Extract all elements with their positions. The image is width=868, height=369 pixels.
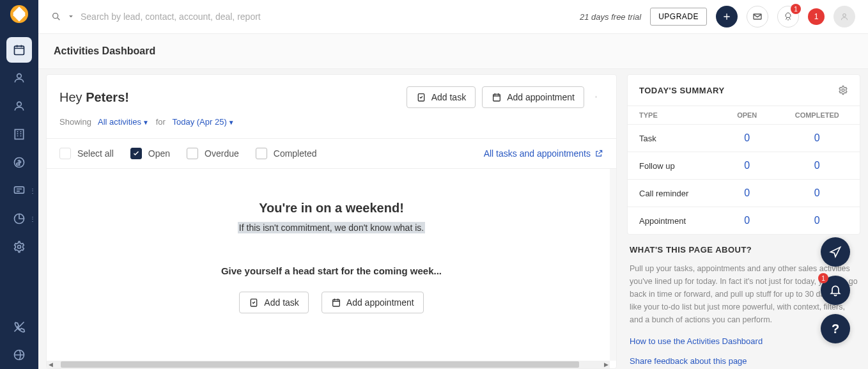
cell-completed[interactable]: 0 bbox=[774, 125, 860, 152]
empty-add-task-button[interactable]: Add task bbox=[239, 292, 308, 313]
search-input[interactable] bbox=[81, 12, 336, 22]
col-type: TYPE bbox=[628, 106, 720, 125]
user-icon bbox=[839, 11, 850, 22]
float-help-button[interactable]: ? bbox=[821, 314, 850, 343]
float-send-button[interactable] bbox=[821, 237, 850, 267]
checkbox-overdue[interactable]: Overdue bbox=[187, 148, 239, 159]
cell-type: Appointment bbox=[628, 207, 720, 235]
sidebar-more-indicator: ⋮ bbox=[29, 218, 36, 220]
empty-title: You're in on a weekend! bbox=[47, 201, 616, 216]
sidebar-item-explore[interactable] bbox=[6, 342, 32, 368]
checkbox-box bbox=[59, 148, 71, 159]
svg-point-10 bbox=[843, 14, 846, 17]
svg-point-14 bbox=[596, 97, 596, 97]
scroll-right-arrow[interactable]: ▶ bbox=[602, 361, 610, 368]
cell-completed[interactable]: 0 bbox=[774, 207, 860, 235]
empty-add-task-label: Add task bbox=[264, 297, 298, 308]
filter-activities-dropdown[interactable]: All activities▼ bbox=[98, 117, 149, 127]
svg-rect-17 bbox=[332, 299, 339, 306]
search-icon[interactable] bbox=[51, 12, 61, 22]
scroll-left-arrow[interactable]: ◀ bbox=[47, 361, 54, 368]
add-appointment-button[interactable]: Add appointment bbox=[482, 86, 584, 108]
cell-type: Call reminder bbox=[628, 180, 720, 207]
cell-type: Follow up bbox=[628, 152, 720, 180]
task-icon bbox=[416, 92, 426, 102]
sidebar-item-contacts[interactable] bbox=[6, 65, 32, 91]
sidebar-item-phone[interactable] bbox=[6, 314, 32, 340]
svg-rect-0 bbox=[15, 46, 24, 54]
add-button[interactable] bbox=[716, 6, 738, 27]
filter-row: Showing All activities▼ for Today (Apr 2… bbox=[47, 114, 616, 139]
table-row: Appointment 0 0 bbox=[628, 207, 860, 235]
add-task-label: Add task bbox=[431, 92, 466, 102]
horizontal-scrollbar[interactable]: ◀ ▶ bbox=[47, 361, 610, 368]
empty-actions: Add task Add appointment bbox=[47, 292, 616, 313]
topbar: 21 days free trial UPGRADE 1 1 bbox=[38, 0, 868, 33]
kebab-icon bbox=[596, 92, 598, 102]
add-task-button[interactable]: Add task bbox=[407, 86, 476, 108]
svg-point-18 bbox=[842, 89, 844, 91]
plus-icon bbox=[722, 12, 732, 22]
checkbox-label: Overdue bbox=[205, 148, 239, 159]
cell-completed[interactable]: 0 bbox=[774, 180, 860, 207]
rocket-badge: 1 bbox=[791, 4, 801, 14]
float-notifications-button[interactable]: 1 bbox=[821, 276, 850, 305]
sidebar-item-leads[interactable] bbox=[6, 93, 32, 119]
about-link-feedback[interactable]: Share feedback about this page bbox=[630, 356, 858, 366]
greeting-prefix: Hey bbox=[59, 90, 86, 104]
sidebar-item-settings[interactable] bbox=[6, 234, 32, 260]
bell-icon bbox=[829, 284, 842, 297]
summary-card: TODAY'S SUMMARY TYPE OPEN COMPLETED Task… bbox=[627, 74, 860, 235]
caret-down-icon: ▼ bbox=[228, 119, 235, 126]
more-menu[interactable] bbox=[591, 92, 603, 102]
notification-count[interactable]: 1 bbox=[808, 8, 825, 25]
rocket-icon bbox=[783, 12, 793, 22]
cell-open[interactable]: 0 bbox=[720, 152, 774, 180]
svg-point-13 bbox=[596, 96, 596, 97]
cell-completed[interactable]: 0 bbox=[774, 152, 860, 180]
sidebar-item-conversations[interactable]: ⋮ bbox=[6, 178, 32, 203]
main-panel: Hey Peters! Add task Add appointment Sho… bbox=[46, 74, 617, 369]
all-tasks-link[interactable]: All tasks and appointments bbox=[484, 148, 603, 159]
sidebar-item-reports[interactable]: ⋮ bbox=[6, 206, 32, 232]
checkbox-label: Select all bbox=[77, 148, 114, 159]
cell-open[interactable]: 0 bbox=[720, 207, 774, 235]
upgrade-button[interactable]: UPGRADE bbox=[650, 8, 707, 26]
checkbox-box-checked bbox=[130, 148, 142, 159]
vertical-scrollbar[interactable] bbox=[610, 169, 616, 361]
table-row: Call reminder 0 0 bbox=[628, 180, 860, 207]
scroll-thumb[interactable] bbox=[61, 361, 579, 368]
sidebar-item-deals[interactable] bbox=[6, 150, 32, 175]
avatar[interactable] bbox=[833, 6, 855, 27]
sidebar-item-activities[interactable] bbox=[6, 37, 32, 63]
svg-point-8 bbox=[53, 13, 58, 19]
page-title: Activities Dashboard bbox=[54, 45, 155, 57]
filter-date-label: Today (Apr 25) bbox=[172, 117, 226, 127]
summary-header: TODAY'S SUMMARY bbox=[628, 75, 860, 106]
checkbox-completed[interactable]: Completed bbox=[256, 148, 317, 159]
mail-button[interactable] bbox=[747, 6, 768, 27]
sidebar-item-accounts[interactable] bbox=[6, 122, 32, 147]
topbar-right: 21 days free trial UPGRADE 1 1 bbox=[580, 6, 855, 27]
cell-open[interactable]: 0 bbox=[720, 125, 774, 152]
empty-heading: Give yourself a head start for the comin… bbox=[47, 265, 616, 276]
gear-icon[interactable] bbox=[838, 85, 848, 95]
rocket-button[interactable]: 1 bbox=[777, 6, 799, 27]
svg-point-1 bbox=[17, 74, 22, 78]
content: Hey Peters! Add task Add appointment Sho… bbox=[38, 69, 868, 369]
filter-date-dropdown[interactable]: Today (Apr 25)▼ bbox=[172, 117, 234, 127]
task-icon bbox=[249, 297, 259, 308]
greeting-name: Peters! bbox=[86, 90, 129, 104]
greeting: Hey Peters! bbox=[59, 90, 129, 105]
filter-activities-label: All activities bbox=[98, 117, 141, 127]
empty-state: You're in on a weekend! If this isn't co… bbox=[47, 169, 616, 368]
empty-add-appointment-button[interactable]: Add appointment bbox=[322, 292, 424, 313]
checkbox-open[interactable]: Open bbox=[130, 148, 170, 159]
external-link-icon bbox=[594, 149, 603, 158]
cell-open[interactable]: 0 bbox=[720, 180, 774, 207]
checkbox-select-all[interactable]: Select all bbox=[59, 148, 114, 159]
sidebar-logo[interactable] bbox=[10, 5, 28, 23]
all-tasks-label: All tasks and appointments bbox=[484, 148, 591, 159]
search-dropdown-icon[interactable] bbox=[68, 13, 74, 20]
svg-rect-12 bbox=[493, 94, 500, 101]
